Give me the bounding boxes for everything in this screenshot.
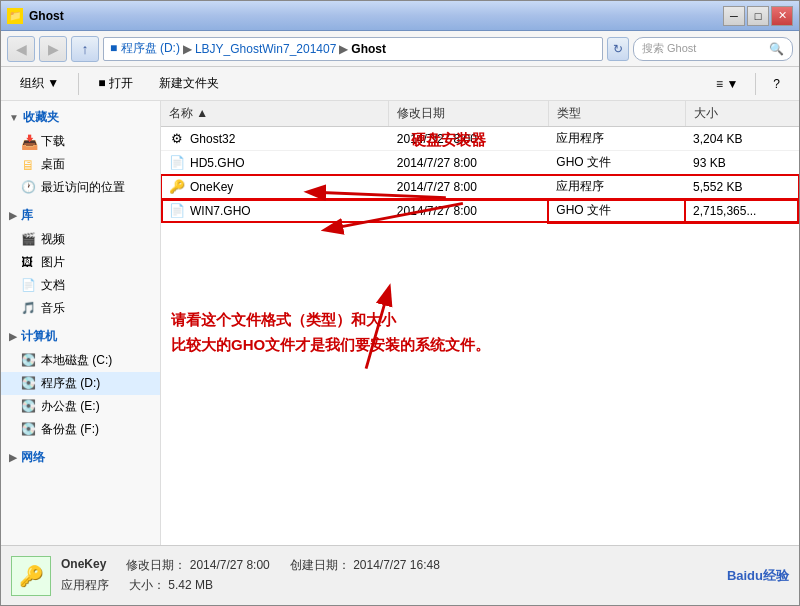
breadcrumb-item-drive[interactable]: ■ 程序盘 (D:) [110, 40, 180, 57]
sidebar-item-backup-f[interactable]: 💽 备份盘 (F:) [1, 418, 160, 441]
back-button[interactable]: ◀ [7, 36, 35, 62]
sidebar-item-download[interactable]: 📥 下载 [1, 130, 160, 153]
sidebar-section-network: ▶ 网络 [1, 445, 160, 470]
music-icon: 🎵 [21, 301, 37, 317]
bottom-bar: 🔑 OneKey 修改日期： 2014/7/27 8:00 创建日期： 2014… [1, 545, 799, 605]
baidu-watermark: Baidu经验 [727, 567, 789, 585]
file-area: 名称 ▲ 修改日期 类型 大小 ⚙Ghost322014/7/27 8:00应用… [161, 101, 799, 545]
file-name-cell: 📄WIN7.GHO [161, 199, 389, 223]
file-icon: ⚙ [169, 131, 185, 147]
file-size: 5,552 KB [685, 175, 799, 199]
file-type: 应用程序 [548, 127, 685, 151]
sidebar-header-library[interactable]: ▶ 库 [1, 203, 160, 228]
download-icon: 📥 [21, 134, 37, 150]
sidebar-item-music-label: 音乐 [41, 300, 65, 317]
table-row[interactable]: 📄HD5.GHO2014/7/27 8:00GHO 文件93 KB [161, 151, 799, 175]
sidebar-computer-label: 计算机 [21, 328, 57, 345]
sidebar-library-label: 库 [21, 207, 33, 224]
video-icon: 🎬 [21, 232, 37, 248]
chevron-right-icon: ▶ [9, 210, 17, 221]
sidebar-section-favorites: ▼ 收藏夹 📥 下载 🖥 桌面 🕐 最近访问的位置 [1, 105, 160, 199]
search-icon[interactable]: 🔍 [769, 42, 784, 56]
sidebar-section-library: ▶ 库 🎬 视频 🖼 图片 📄 文档 🎵 音乐 [1, 203, 160, 320]
sidebar-item-download-label: 下载 [41, 133, 65, 150]
window-controls: ─ □ ✕ [723, 6, 793, 26]
sidebar-header-favorites[interactable]: ▼ 收藏夹 [1, 105, 160, 130]
breadcrumb-current: Ghost [351, 42, 386, 56]
sidebar-item-music[interactable]: 🎵 音乐 [1, 297, 160, 320]
sidebar-item-office-e[interactable]: 💽 办公盘 (E:) [1, 395, 160, 418]
search-box[interactable]: 搜索 Ghost 🔍 [633, 37, 793, 61]
help-button[interactable]: ? [764, 73, 789, 95]
bottom-filename: OneKey [61, 557, 106, 574]
file-name-cell: 🔑OneKey [161, 175, 389, 199]
minimize-button[interactable]: ─ [723, 6, 745, 26]
sidebar-item-local-c-label: 本地磁盘 (C:) [41, 352, 112, 369]
toolbar-separator-2 [755, 73, 756, 95]
sidebar-network-label: 网络 [21, 449, 45, 466]
breadcrumb[interactable]: ■ 程序盘 (D:) ▶ LBJY_GhostWin7_201407 ▶ Gho… [103, 37, 603, 61]
sidebar-item-recent[interactable]: 🕐 最近访问的位置 [1, 176, 160, 199]
file-name-cell: 📄HD5.GHO [161, 151, 389, 175]
drive-e-icon: 💽 [21, 399, 37, 415]
sidebar-item-local-c[interactable]: 💽 本地磁盘 (C:) [1, 349, 160, 372]
file-modified: 2014/7/27 8:00 [389, 127, 549, 151]
table-row[interactable]: 🔑OneKey2014/7/27 8:00应用程序5,552 KB [161, 175, 799, 199]
file-size: 2,715,365... [685, 199, 799, 223]
sidebar-item-desktop-label: 桌面 [41, 156, 65, 173]
file-name: OneKey [190, 180, 233, 194]
sidebar-item-picture[interactable]: 🖼 图片 [1, 251, 160, 274]
drive-d-icon: 💽 [21, 376, 37, 392]
file-icon: 📄 [169, 203, 185, 219]
col-type[interactable]: 类型 [548, 101, 685, 127]
file-name-cell: ⚙Ghost32 [161, 127, 389, 151]
close-button[interactable]: ✕ [771, 6, 793, 26]
file-table: 名称 ▲ 修改日期 类型 大小 ⚙Ghost322014/7/27 8:00应用… [161, 101, 799, 223]
view-button[interactable]: ≡ ▼ [707, 73, 747, 95]
sidebar-item-document[interactable]: 📄 文档 [1, 274, 160, 297]
table-row[interactable]: ⚙Ghost322014/7/27 8:00应用程序3,204 KB [161, 127, 799, 151]
file-modified: 2014/7/27 8:00 [389, 151, 549, 175]
toolbar: 组织 ▼ ■ 打开 新建文件夹 ≡ ▼ ? [1, 67, 799, 101]
breadcrumb-item-folder[interactable]: LBJY_GhostWin7_201407 [195, 42, 336, 56]
window-title: Ghost [29, 9, 723, 23]
picture-icon: 🖼 [21, 255, 37, 271]
sidebar-item-prog-d[interactable]: 💽 程序盘 (D:) [1, 372, 160, 395]
file-name: WIN7.GHO [190, 204, 251, 218]
up-button[interactable]: ↑ [71, 36, 99, 62]
bottom-created: 创建日期： 2014/7/27 16:48 [290, 557, 440, 574]
file-size: 3,204 KB [685, 127, 799, 151]
sidebar-section-computer: ▶ 计算机 💽 本地磁盘 (C:) 💽 程序盘 (D:) 💽 办公盘 (E:) … [1, 324, 160, 441]
forward-button[interactable]: ▶ [39, 36, 67, 62]
new-folder-button[interactable]: 新建文件夹 [150, 71, 228, 96]
svg-line-2 [366, 289, 389, 369]
sidebar: ▼ 收藏夹 📥 下载 🖥 桌面 🕐 最近访问的位置 [1, 101, 161, 545]
col-modified[interactable]: 修改日期 [389, 101, 549, 127]
open-button[interactable]: ■ 打开 [89, 71, 142, 96]
sidebar-header-computer[interactable]: ▶ 计算机 [1, 324, 160, 349]
sidebar-item-video-label: 视频 [41, 231, 65, 248]
bottom-info: OneKey 修改日期： 2014/7/27 8:00 创建日期： 2014/7… [61, 557, 440, 594]
sidebar-item-video[interactable]: 🎬 视频 [1, 228, 160, 251]
sidebar-item-prog-d-label: 程序盘 (D:) [41, 375, 100, 392]
refresh-button[interactable]: ↻ [607, 37, 629, 61]
file-name: HD5.GHO [190, 156, 245, 170]
bottom-info-row-1: OneKey 修改日期： 2014/7/27 8:00 创建日期： 2014/7… [61, 557, 440, 574]
organize-button[interactable]: 组织 ▼ [11, 71, 68, 96]
window-icon: 📁 [7, 8, 23, 24]
maximize-button[interactable]: □ [747, 6, 769, 26]
file-type: 应用程序 [548, 175, 685, 199]
sidebar-item-desktop[interactable]: 🖥 桌面 [1, 153, 160, 176]
col-name[interactable]: 名称 ▲ [161, 101, 389, 127]
col-size[interactable]: 大小 [685, 101, 799, 127]
file-modified: 2014/7/27 8:00 [389, 199, 549, 223]
drive-f-icon: 💽 [21, 422, 37, 438]
sidebar-item-document-label: 文档 [41, 277, 65, 294]
annotation-desc-line2: 比较大的GHO文件才是我们要安装的系统文件。 [171, 336, 490, 355]
main-content: ▼ 收藏夹 📥 下载 🖥 桌面 🕐 最近访问的位置 [1, 101, 799, 545]
table-row[interactable]: 📄WIN7.GHO2014/7/27 8:00GHO 文件2,715,365..… [161, 199, 799, 223]
sidebar-favorites-label: 收藏夹 [23, 109, 59, 126]
recent-icon: 🕐 [21, 180, 37, 196]
file-type: GHO 文件 [548, 151, 685, 175]
sidebar-header-network[interactable]: ▶ 网络 [1, 445, 160, 470]
